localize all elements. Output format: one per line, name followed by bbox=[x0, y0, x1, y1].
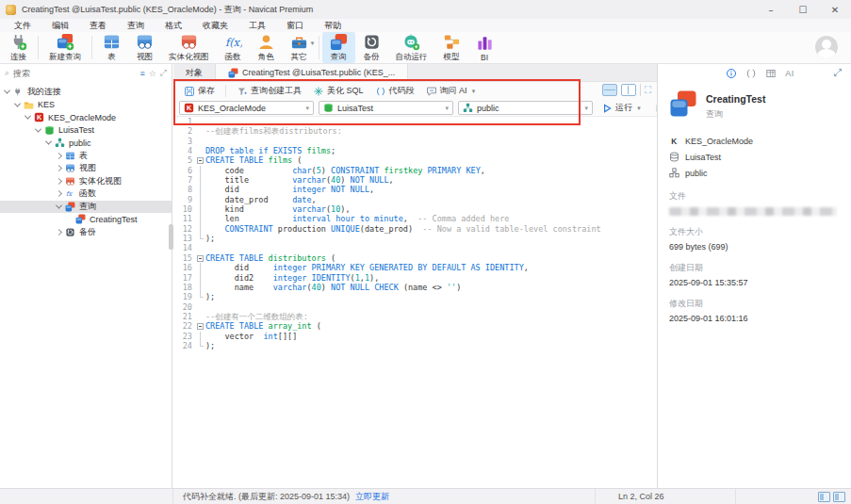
select-value: KES_OracleMode bbox=[198, 104, 302, 113]
tree-item-LuisaTest[interactable]: LuisaTest bbox=[0, 124, 172, 138]
table-toolbar-button[interactable]: 表 bbox=[95, 32, 128, 63]
navicat-logo-icon bbox=[6, 5, 16, 15]
statusbar-left-cell bbox=[0, 489, 173, 504]
tree-item-KES_OracleMode[interactable]: KKES_OracleMode bbox=[0, 111, 172, 124]
ai-button[interactable]: 询问 AI▼ bbox=[421, 84, 482, 98]
close-button[interactable]: ✕ bbox=[819, 0, 851, 19]
function-toolbar-button[interactable]: f(x)函数 bbox=[217, 32, 250, 63]
maximize-button[interactable]: ☐ bbox=[787, 0, 819, 19]
beautify-button[interactable]: 美化 SQL bbox=[308, 84, 368, 98]
code-line: 15CREATE TABLE distributors ( bbox=[173, 253, 657, 263]
grid-tab-icon[interactable] bbox=[765, 68, 777, 79]
fold-toggle-icon[interactable] bbox=[196, 253, 205, 263]
tree-item-label: 实体化视图 bbox=[79, 175, 122, 187]
tree-item-实体化视图[interactable]: 实体化视图 bbox=[0, 175, 172, 188]
statusbar: 代码补全就绪. (最后更新: 2025-09-01 15:34) 立即更新 Ln… bbox=[0, 488, 851, 504]
line-number: 9 bbox=[173, 195, 196, 204]
tree-expand-icon[interactable] bbox=[56, 178, 62, 185]
menu-item-8[interactable]: 帮助 bbox=[314, 19, 352, 33]
builder-button[interactable]: 查询创建工具 bbox=[232, 84, 306, 98]
tree-collapse-icon[interactable] bbox=[25, 113, 31, 120]
menu-item-7[interactable]: 窗口 bbox=[276, 19, 314, 33]
schema-select[interactable]: public▾ bbox=[458, 101, 593, 115]
bi-toolbar-button[interactable]: BI bbox=[468, 32, 501, 63]
query-toolbar-button[interactable]: 查询 bbox=[322, 32, 355, 63]
menu-item-3[interactable]: 查询 bbox=[117, 19, 155, 33]
other-toolbar-button[interactable]: 其它▼ bbox=[283, 32, 316, 63]
menu-item-6[interactable]: 工具 bbox=[238, 19, 276, 33]
star-icon[interactable]: ☆ bbox=[149, 69, 156, 78]
tree-item-函数[interactable]: fx函数 bbox=[0, 187, 172, 201]
tree-expand-icon[interactable] bbox=[56, 229, 62, 236]
tree-collapse-icon[interactable] bbox=[45, 138, 52, 145]
user-avatar[interactable] bbox=[815, 36, 838, 58]
statusbar-view-icon-1[interactable] bbox=[818, 492, 830, 502]
tree-item-查询[interactable]: 查询 bbox=[0, 201, 172, 214]
connect-toolbar-button[interactable]: 连接 bbox=[2, 32, 35, 63]
info-icon[interactable] bbox=[726, 68, 737, 79]
minimize-button[interactable]: – bbox=[755, 0, 787, 19]
code-line: 18 name varchar(40) NOT NULL CHECK (name… bbox=[173, 283, 657, 292]
sql-editor[interactable]: 12--创建表films和表distributors:34DROP table … bbox=[173, 117, 657, 488]
filter-icon[interactable]: ≡ bbox=[139, 69, 144, 78]
view-toolbar-button[interactable]: 视图 bbox=[128, 32, 161, 63]
bi-icon bbox=[476, 34, 494, 52]
toolbar-label: 自动运行 bbox=[396, 52, 428, 63]
tree-collapse-icon[interactable] bbox=[4, 88, 10, 94]
search-input[interactable] bbox=[13, 69, 136, 78]
tree-item-CreatingTest[interactable]: CreatingTest bbox=[0, 213, 172, 226]
object-property: LuisaTest bbox=[669, 150, 851, 164]
mview-toolbar-button[interactable]: 实体化视图 bbox=[161, 32, 217, 63]
menu-item-5[interactable]: 收藏夹 bbox=[192, 19, 238, 33]
toolbar-label: 模型 bbox=[444, 52, 460, 63]
tree-collapse-icon[interactable] bbox=[14, 100, 21, 106]
update-now-link[interactable]: 立即更新 bbox=[355, 491, 389, 503]
ai-tab[interactable]: AI bbox=[785, 69, 794, 78]
save-button[interactable]: 保存 bbox=[179, 84, 220, 98]
fullscreen-icon[interactable]: ⛶ bbox=[645, 85, 651, 96]
menu-item-0[interactable]: 文件 bbox=[4, 19, 41, 33]
backup-toolbar-button[interactable]: 备份 bbox=[355, 32, 388, 63]
code-line: 5CREATE TABLE films ( bbox=[173, 155, 657, 165]
collapse-all-icon[interactable]: ⤢ bbox=[160, 68, 167, 78]
tree-item-我的连接[interactable]: 我的连接 bbox=[0, 86, 172, 99]
fold-toggle-icon[interactable] bbox=[196, 321, 205, 331]
tree-item-视图[interactable]: 视图 bbox=[0, 162, 172, 175]
tree-item-public[interactable]: public bbox=[0, 137, 172, 150]
snippet-tab-icon[interactable] bbox=[745, 68, 757, 79]
section-value: 699 bytes (699) bbox=[669, 242, 851, 252]
automation-toolbar-button[interactable]: 自动运行 bbox=[388, 32, 435, 63]
schema-icon bbox=[55, 138, 65, 148]
run-button[interactable]: 运行 ▼ bbox=[597, 102, 646, 114]
statusbar-view-icon-2[interactable] bbox=[833, 492, 845, 502]
model-toolbar-button[interactable]: 模型 bbox=[435, 32, 468, 63]
role-toolbar-button[interactable]: 角色 bbox=[250, 32, 283, 63]
snippet-button[interactable]: 代码段 bbox=[370, 84, 419, 98]
connection-select[interactable]: KKES_OracleMode▾ bbox=[179, 101, 314, 115]
line-number: 13 bbox=[173, 234, 196, 243]
line-number: 15 bbox=[173, 253, 196, 263]
connect-icon bbox=[9, 33, 27, 51]
tree-item-表[interactable]: 表 bbox=[0, 150, 172, 163]
horizontal-split-icon[interactable] bbox=[602, 84, 617, 96]
menu-item-4[interactable]: 格式 bbox=[155, 19, 192, 33]
expand-panel-icon[interactable] bbox=[832, 67, 843, 78]
tab-objects[interactable]: 对象 bbox=[173, 64, 215, 81]
menu-item-1[interactable]: 编辑 bbox=[41, 19, 79, 33]
vertical-split-icon[interactable] bbox=[621, 84, 636, 96]
tree-collapse-icon[interactable] bbox=[56, 202, 62, 208]
tree-expand-icon[interactable] bbox=[56, 190, 62, 197]
fold-gutter bbox=[196, 302, 205, 312]
mview-icon bbox=[180, 33, 198, 51]
database-select[interactable]: LuisaTest▾ bbox=[319, 101, 453, 115]
splitter-handle[interactable] bbox=[169, 224, 173, 250]
tab-query[interactable]: CreatingTest @LuisaTest.public (KES_... bbox=[215, 64, 408, 81]
tree-expand-icon[interactable] bbox=[56, 165, 62, 171]
tree-expand-icon[interactable] bbox=[56, 153, 62, 159]
tree-collapse-icon[interactable] bbox=[35, 125, 41, 132]
new-query-toolbar-button[interactable]: 新建查询 bbox=[41, 32, 89, 63]
tree-item-KES[interactable]: KES bbox=[0, 99, 172, 112]
fold-toggle-icon[interactable] bbox=[196, 155, 205, 165]
menu-item-2[interactable]: 查看 bbox=[79, 19, 117, 33]
tree-item-备份[interactable]: 备份 bbox=[0, 226, 172, 239]
